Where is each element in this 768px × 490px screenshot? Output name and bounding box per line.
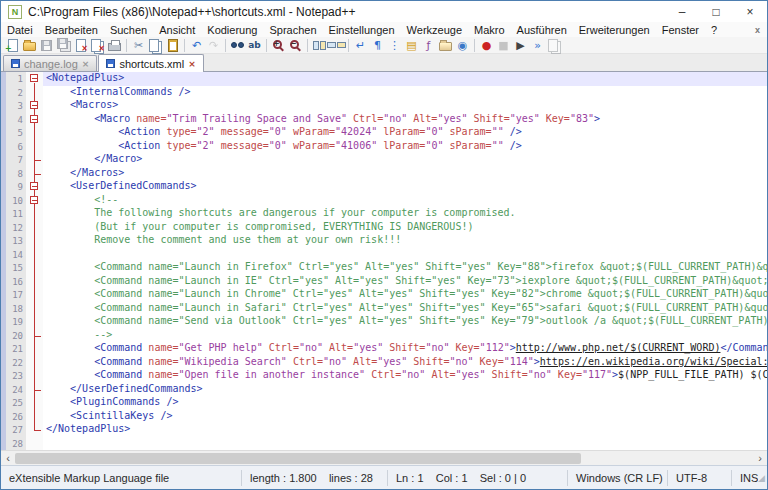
macro-play-icon[interactable]: ▶: [512, 38, 529, 53]
sync-horizontal-scroll-icon[interactable]: [328, 38, 345, 53]
code-text[interactable]: Remove the comment and use them at your …: [43, 234, 767, 248]
copy-icon[interactable]: [147, 38, 164, 53]
scroll-right-arrow-icon[interactable]: ›: [753, 451, 767, 465]
menu-ausfhren[interactable]: Ausführen: [511, 24, 573, 36]
fold-collapse-icon[interactable]: [26, 72, 43, 86]
macro-run-multiple-icon[interactable]: »: [529, 38, 546, 53]
code-text[interactable]: </NotepadPlus>: [43, 423, 767, 437]
code-text[interactable]: [43, 248, 767, 262]
close-all-icon[interactable]: ×: [89, 38, 106, 53]
menu-fenster[interactable]: Fenster: [656, 24, 705, 36]
code-line-24[interactable]: 24 </UserDefinedCommands>: [1, 383, 767, 397]
code-line-9[interactable]: 9 <UserDefinedCommands>: [1, 180, 767, 194]
code-text[interactable]: [43, 437, 767, 451]
code-line-1[interactable]: 1<NotepadPlus>: [1, 72, 767, 86]
code-text[interactable]: <PluginCommands />: [43, 396, 767, 410]
zoom-in-icon[interactable]: +: [270, 38, 287, 53]
cut-icon[interactable]: ✂: [130, 38, 147, 53]
code-line-5[interactable]: 5 <Action type="2" message="0" wParam="4…: [1, 126, 767, 140]
horizontal-scroll-thumb[interactable]: [15, 453, 581, 464]
code-text[interactable]: <Command name="Launch in Firefox" Ctrl="…: [43, 261, 767, 275]
new-file-icon[interactable]: +: [4, 38, 21, 53]
code-line-20[interactable]: 20 -->: [1, 329, 767, 343]
code-text[interactable]: <Macros>: [43, 99, 767, 113]
code-text[interactable]: <NotepadPlus>: [43, 72, 767, 86]
close-button[interactable]: ×: [733, 1, 767, 22]
code-line-2[interactable]: 2 <InternalCommands />: [1, 86, 767, 100]
tab-change.log[interactable]: change.log×: [3, 55, 97, 71]
undo-icon[interactable]: ↶: [188, 38, 205, 53]
code-text[interactable]: <ScintillaKeys />: [43, 410, 767, 424]
code-text[interactable]: <Action type="2" message="0" wParam="420…: [43, 126, 767, 140]
close-document-icon[interactable]: x: [748, 25, 767, 35]
word-wrap-icon[interactable]: ↵: [352, 38, 369, 53]
code-text[interactable]: <Command name="Wikipedia Search" Ctrl="n…: [43, 356, 767, 370]
code-line-12[interactable]: 12 (But if your computer is compromised,…: [1, 221, 767, 235]
tab-close-icon[interactable]: ×: [82, 59, 90, 69]
code-text[interactable]: <Command name="Open file in another inst…: [43, 369, 767, 383]
maximize-button[interactable]: □: [699, 1, 733, 22]
code-line-19[interactable]: 19 <Command name="Send via Outlook" Ctrl…: [1, 315, 767, 329]
code-line-27[interactable]: 27</NotepadPlus>: [1, 423, 767, 437]
minimize-button[interactable]: –: [665, 1, 699, 22]
horizontal-scroll-track[interactable]: [15, 451, 753, 466]
document-map-icon[interactable]: ▤: [403, 38, 420, 53]
code-line-28[interactable]: 28: [1, 437, 767, 451]
menu-suchen[interactable]: Suchen: [104, 24, 153, 36]
indent-guide-icon[interactable]: ⋮: [386, 38, 403, 53]
menu-?[interactable]: ?: [705, 24, 723, 36]
code-line-22[interactable]: 22 <Command name="Wikipedia Search" Ctrl…: [1, 356, 767, 370]
code-line-21[interactable]: 21 <Command name="Get PHP help" Ctrl="no…: [1, 342, 767, 356]
menu-erweiterungen[interactable]: Erweiterungen: [573, 24, 656, 36]
code-text[interactable]: <Macro name="Trim Trailing Space and Sav…: [43, 113, 767, 127]
code-line-10[interactable]: 10 <!--: [1, 194, 767, 208]
menu-datei[interactable]: Datei: [1, 24, 39, 36]
resize-grip-icon[interactable]: ◢: [758, 473, 767, 483]
code-line-13[interactable]: 13 Remove the comment and use them at yo…: [1, 234, 767, 248]
code-text[interactable]: <Command name="Send via Outlook" Ctrl="y…: [43, 315, 767, 329]
code-text[interactable]: <Command name="Launch in IE" Ctrl="yes" …: [43, 275, 767, 289]
code-text[interactable]: <Command name="Get PHP help" Ctrl="no" A…: [43, 342, 767, 356]
code-text[interactable]: <Action type="2" message="0" wParam="410…: [43, 140, 767, 154]
code-line-26[interactable]: 26 <ScintillaKeys />: [1, 410, 767, 424]
code-line-23[interactable]: 23 <Command name="Open file in another i…: [1, 369, 767, 383]
show-all-characters-icon[interactable]: ¶: [369, 38, 386, 53]
code-line-6[interactable]: 6 <Action type="2" message="0" wParam="4…: [1, 140, 767, 154]
fold-collapse-icon[interactable]: [26, 194, 43, 208]
code-line-17[interactable]: 17 <Command name="Launch in Chrome" Ctrl…: [1, 288, 767, 302]
fold-collapse-icon[interactable]: [26, 180, 43, 194]
fold-collapse-icon[interactable]: [26, 113, 43, 127]
editor[interactable]: 1<NotepadPlus>2 <InternalCommands />3 <M…: [1, 72, 767, 450]
menu-werkzeuge[interactable]: Werkzeuge: [401, 24, 468, 36]
close-file-icon[interactable]: ×: [72, 38, 89, 53]
macro-record-icon[interactable]: ●: [478, 38, 495, 53]
sync-vertical-scroll-icon[interactable]: [311, 38, 328, 53]
code-line-3[interactable]: 3 <Macros>: [1, 99, 767, 113]
tab-close-icon[interactable]: ×: [188, 59, 196, 69]
menu-kodierung[interactable]: Kodierung: [201, 24, 263, 36]
code-line-25[interactable]: 25 <PluginCommands />: [1, 396, 767, 410]
code-line-18[interactable]: 18 <Command name="Launch in Safari" Ctrl…: [1, 302, 767, 316]
code-text[interactable]: -->: [43, 329, 767, 343]
code-line-7[interactable]: 7 </Macro>: [1, 153, 767, 167]
code-text[interactable]: The following shortcuts are dangerous if…: [43, 207, 767, 221]
code-text[interactable]: (But if your computer is compromised, EV…: [43, 221, 767, 235]
monitoring-icon[interactable]: ◉: [454, 38, 471, 53]
code-text[interactable]: <Command name="Launch in Chrome" Ctrl="y…: [43, 288, 767, 302]
function-list-icon[interactable]: ƒ: [420, 38, 437, 53]
menu-einstellungen[interactable]: Einstellungen: [323, 24, 401, 36]
menu-ansicht[interactable]: Ansicht: [153, 24, 201, 36]
scroll-left-arrow-icon[interactable]: ‹: [1, 451, 15, 465]
code-line-4[interactable]: 4 <Macro name="Trim Trailing Space and S…: [1, 113, 767, 127]
open-file-icon[interactable]: [21, 38, 38, 53]
find-icon[interactable]: [229, 38, 246, 53]
code-line-14[interactable]: 14: [1, 248, 767, 262]
code-line-16[interactable]: 16 <Command name="Launch in IE" Ctrl="ye…: [1, 275, 767, 289]
zoom-out-icon[interactable]: −: [287, 38, 304, 53]
tab-shortcuts.xml[interactable]: shortcuts.xml×: [98, 54, 203, 72]
print-icon[interactable]: [106, 38, 123, 53]
menu-bearbeiten[interactable]: Bearbeiten: [39, 24, 104, 36]
horizontal-scrollbar[interactable]: ‹ ›: [1, 450, 767, 465]
code-text[interactable]: </Macro>: [43, 153, 767, 167]
folder-as-workspace-icon[interactable]: [437, 38, 454, 53]
